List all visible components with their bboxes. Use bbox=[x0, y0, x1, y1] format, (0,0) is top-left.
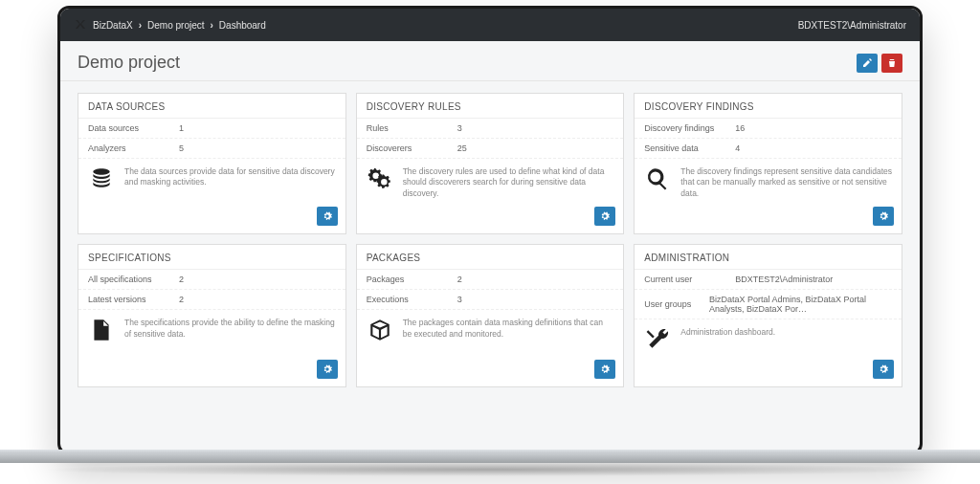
stat-value: BizDataX Portal Admins, BizDataX Portal … bbox=[709, 295, 892, 314]
crumb-sep-1: › bbox=[139, 20, 142, 31]
stat-value: 25 bbox=[457, 143, 467, 153]
card-description: The specifications provide the ability t… bbox=[124, 318, 336, 340]
card-description: Administration dashboard. bbox=[680, 327, 775, 338]
stat-row: Analyzers 5 bbox=[78, 139, 345, 159]
card-title: DISCOVERY FINDINGS bbox=[635, 94, 902, 119]
stat-row: Discovery findings 16 bbox=[635, 119, 902, 139]
trash-icon bbox=[887, 58, 897, 68]
stat-label: Current user bbox=[644, 275, 735, 284]
stat-row: Executions 3 bbox=[357, 290, 624, 310]
stat-row: Sensitive data 4 bbox=[635, 139, 902, 159]
gear-icon bbox=[600, 364, 610, 374]
stat-row: Discoverers 25 bbox=[357, 139, 624, 159]
stat-value: BDXTEST2\Administrator bbox=[735, 275, 833, 284]
card-description-area: The data sources provide data for sensit… bbox=[78, 159, 345, 207]
card-settings-button[interactable] bbox=[317, 360, 338, 379]
stat-row: Latest versions 2 bbox=[78, 290, 345, 310]
card-specifications: SPECIFICATIONS All specifications 2 Late… bbox=[78, 244, 346, 387]
search-icon bbox=[644, 166, 671, 191]
card-description: The discovery rules are used to define w… bbox=[403, 166, 614, 199]
stat-value: 2 bbox=[179, 295, 184, 304]
pencil-icon bbox=[862, 58, 872, 68]
card-description: The data sources provide data for sensit… bbox=[124, 166, 336, 188]
card-administration: ADMINISTRATION Current user BDXTEST2\Adm… bbox=[634, 244, 902, 387]
stat-label: Executions bbox=[367, 295, 457, 304]
stat-row: Data sources 1 bbox=[78, 119, 345, 139]
page-title: Demo project bbox=[78, 53, 180, 73]
card-settings-button[interactable] bbox=[873, 360, 894, 379]
gear-icon bbox=[879, 364, 888, 374]
card-settings-button[interactable] bbox=[873, 207, 894, 226]
card-settings-button[interactable] bbox=[594, 207, 615, 226]
crumb-app[interactable]: BizDataX bbox=[93, 20, 133, 31]
crumb-page[interactable]: Dashboard bbox=[219, 20, 266, 31]
card-data-sources: DATA SOURCES Data sources 1 Analyzers 5 … bbox=[78, 93, 346, 234]
page-actions bbox=[857, 54, 902, 73]
gear-icon bbox=[323, 211, 332, 221]
stat-label: Sensitive data bbox=[644, 143, 735, 153]
card-description-area: Administration dashboard. bbox=[635, 319, 902, 360]
stat-label: Latest versions bbox=[88, 295, 179, 304]
card-description: The packages contain data masking defini… bbox=[403, 318, 614, 340]
card-title: ADMINISTRATION bbox=[635, 245, 902, 270]
stat-value: 2 bbox=[179, 275, 184, 284]
topbar: BizDataX › Demo project › Dashboard BDXT… bbox=[60, 9, 920, 41]
stat-row: Packages 2 bbox=[357, 270, 624, 290]
stat-label: User groups bbox=[644, 299, 709, 309]
stat-value: 2 bbox=[457, 275, 462, 284]
stat-value: 3 bbox=[457, 295, 462, 304]
card-discovery-findings: DISCOVERY FINDINGS Discovery findings 16… bbox=[634, 93, 902, 234]
crumb-sep-2: › bbox=[211, 20, 213, 31]
stat-value: 4 bbox=[735, 143, 740, 153]
card-description-area: The specifications provide the ability t… bbox=[78, 310, 345, 360]
stat-row: Current user BDXTEST2\Administrator bbox=[635, 270, 902, 290]
page-header: Demo project bbox=[60, 41, 920, 81]
stat-label: Data sources bbox=[88, 123, 179, 133]
card-description: The discovery findings represent sensiti… bbox=[680, 166, 892, 199]
delete-button[interactable] bbox=[881, 54, 902, 73]
stat-value: 5 bbox=[179, 143, 184, 153]
gear-icon bbox=[323, 364, 332, 374]
stat-label: Packages bbox=[367, 275, 457, 284]
card-title: PACKAGES bbox=[357, 245, 624, 270]
gear-icon bbox=[600, 211, 610, 221]
document-icon bbox=[88, 318, 115, 342]
stat-label: Discoverers bbox=[367, 143, 457, 153]
card-title: SPECIFICATIONS bbox=[78, 245, 345, 270]
card-description-area: The discovery findings represent sensiti… bbox=[635, 159, 902, 207]
laptop-base-front bbox=[0, 453, 980, 463]
stat-row: Rules 3 bbox=[357, 119, 624, 139]
stat-value: 3 bbox=[457, 123, 462, 133]
stat-label: Discovery findings bbox=[644, 123, 735, 133]
gear-icon bbox=[879, 211, 888, 221]
card-title: DATA SOURCES bbox=[78, 94, 345, 119]
stat-value: 1 bbox=[179, 123, 184, 133]
gears-icon bbox=[367, 166, 393, 191]
card-description-area: The packages contain data masking defini… bbox=[357, 310, 624, 360]
card-settings-button[interactable] bbox=[317, 207, 338, 226]
topbar-user[interactable]: BDXTEST2\Administrator bbox=[798, 20, 906, 31]
tools-icon bbox=[644, 327, 671, 352]
logo-icon bbox=[74, 18, 87, 32]
database-icon bbox=[88, 166, 115, 191]
crumb-project[interactable]: Demo project bbox=[147, 20, 204, 31]
stat-label: Rules bbox=[367, 123, 457, 133]
card-description-area: The discovery rules are used to define w… bbox=[357, 159, 624, 207]
card-settings-button[interactable] bbox=[594, 360, 615, 379]
stat-label: Analyzers bbox=[88, 143, 179, 153]
laptop-screen: BizDataX › Demo project › Dashboard BDXT… bbox=[57, 6, 923, 455]
stat-label: All specifications bbox=[88, 275, 179, 284]
edit-button[interactable] bbox=[857, 54, 878, 73]
card-discovery-rules: DISCOVERY RULES Rules 3 Discoverers 25 T… bbox=[356, 93, 625, 234]
stat-row: User groups BizDataX Portal Admins, BizD… bbox=[635, 290, 902, 319]
stat-row: All specifications 2 bbox=[78, 270, 345, 290]
card-packages: PACKAGES Packages 2 Executions 3 The pac… bbox=[356, 244, 625, 387]
package-icon bbox=[367, 318, 393, 342]
laptop-shadow bbox=[38, 463, 942, 476]
cards-grid: DATA SOURCES Data sources 1 Analyzers 5 … bbox=[60, 81, 920, 399]
card-title: DISCOVERY RULES bbox=[357, 94, 624, 119]
stat-value: 16 bbox=[735, 123, 745, 133]
